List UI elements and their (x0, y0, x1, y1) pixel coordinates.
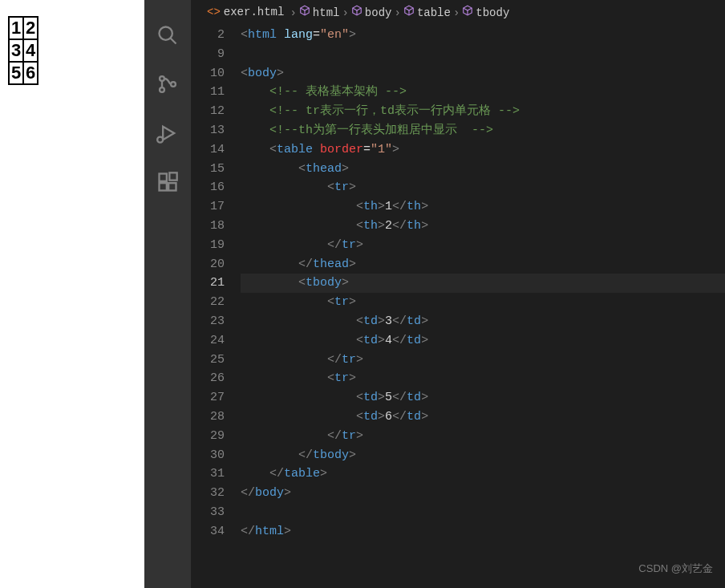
svg-point-6 (157, 137, 163, 143)
breadcrumb-separator: › (394, 6, 400, 19)
code-line[interactable]: </body> (241, 484, 725, 503)
breadcrumb-separator: › (342, 6, 348, 19)
breadcrumb-file[interactable]: exer.html (224, 6, 285, 18)
breadcrumb-item[interactable]: tbody (476, 6, 509, 19)
code-line[interactable]: </tbody> (241, 446, 725, 465)
svg-line-1 (171, 39, 176, 44)
code-line[interactable]: <th>1</th> (241, 197, 725, 217)
code-line[interactable]: <td>6</td> (241, 408, 725, 427)
breadcrumb-separator: › (453, 6, 460, 19)
svg-point-4 (171, 82, 176, 87)
preview-td: 6 (23, 62, 38, 84)
svg-rect-10 (169, 172, 176, 180)
code-line[interactable]: <td>4</td> (241, 331, 725, 351)
svg-point-2 (160, 76, 164, 81)
preview-td: 3 (9, 39, 23, 62)
code-line[interactable]: <tr> (241, 369, 725, 388)
breadcrumb-item[interactable]: table (417, 6, 451, 19)
line-number: 12 (191, 102, 225, 121)
html-file-icon: <> (207, 6, 221, 18)
code-line[interactable]: <!-- 表格基本架构 --> (241, 83, 725, 102)
preview-th: 1 (9, 17, 23, 39)
cube-icon (403, 6, 415, 19)
line-number: 19 (191, 236, 225, 255)
line-number: 31 (191, 464, 225, 484)
cube-icon (299, 6, 310, 19)
code-line[interactable] (241, 45, 725, 64)
preview-tbody: 3456 (9, 39, 38, 84)
line-number: 13 (191, 121, 225, 140)
code-line[interactable]: <td>3</td> (241, 312, 725, 331)
svg-point-0 (160, 27, 172, 40)
code-line[interactable]: <tbody> (241, 274, 725, 293)
line-number: 26 (191, 369, 225, 388)
preview-td: 4 (23, 39, 38, 62)
code-line[interactable]: </tr> (241, 236, 725, 255)
breadcrumb-item[interactable]: html (313, 6, 340, 19)
debug-icon[interactable] (156, 122, 179, 148)
line-number: 29 (191, 427, 225, 446)
code-line[interactable]: <table border="1"> (241, 140, 725, 160)
line-number: 18 (191, 217, 225, 236)
code-line[interactable]: </html> (241, 522, 725, 541)
line-number: 24 (191, 331, 225, 351)
line-number: 25 (191, 351, 225, 370)
line-number: 20 (191, 255, 225, 274)
line-number: 33 (191, 503, 225, 522)
search-icon[interactable] (156, 24, 179, 51)
line-number: 21 (191, 274, 225, 293)
code-lines[interactable]: <html lang="en"><body> <!-- 表格基本架构 --> <… (241, 24, 725, 588)
preview-panel: 12 3456 (0, 0, 144, 588)
breadcrumb[interactable]: <> exer.html ›html›body›table›tbody (191, 0, 725, 24)
preview-th: 2 (23, 17, 38, 39)
line-number: 11 (191, 83, 225, 102)
breadcrumb-separator: › (290, 6, 296, 19)
code-line[interactable]: <td>5</td> (241, 388, 725, 408)
code-line[interactable]: <html lang="en"> (241, 26, 725, 45)
svg-rect-7 (160, 174, 167, 181)
svg-rect-9 (168, 183, 176, 190)
cube-icon (351, 6, 362, 19)
line-number: 28 (191, 408, 225, 427)
code-line[interactable]: </tr> (241, 427, 725, 446)
svg-marker-5 (163, 127, 174, 140)
line-number: 23 (191, 312, 225, 331)
cube-icon (462, 6, 473, 19)
line-number: 10 (191, 64, 225, 83)
code-line[interactable] (241, 503, 725, 522)
code-line[interactable]: <body> (241, 64, 725, 83)
line-number: 30 (191, 446, 225, 465)
line-number: 27 (191, 388, 225, 408)
line-number: 32 (191, 484, 225, 503)
line-number: 16 (191, 178, 225, 197)
line-number: 15 (191, 160, 225, 179)
code-line[interactable]: <th>2</th> (241, 217, 725, 236)
extensions-icon[interactable] (156, 171, 179, 197)
line-number: 34 (191, 522, 225, 541)
code-line[interactable]: <tr> (241, 293, 725, 312)
code-area[interactable]: 2910111213141516171819202122232425262728… (191, 24, 725, 588)
preview-td: 5 (9, 62, 23, 84)
svg-rect-8 (160, 183, 167, 190)
code-line[interactable]: <!--th为第一行表头加粗居中显示 --> (241, 121, 725, 140)
preview-thead: 12 (9, 17, 38, 39)
code-line[interactable]: <!-- tr表示一行，td表示一行内单元格 --> (241, 102, 725, 121)
code-line[interactable]: </tr> (241, 351, 725, 370)
activity-bar (144, 0, 191, 588)
preview-table: 12 3456 (8, 16, 38, 85)
line-number: 2 (191, 26, 225, 45)
line-number: 14 (191, 140, 225, 160)
code-line[interactable]: </table> (241, 464, 725, 484)
code-line[interactable]: <thead> (241, 160, 725, 179)
code-line[interactable]: <tr> (241, 178, 725, 197)
source-control-icon[interactable] (156, 73, 179, 99)
watermark: CSDN @刘艺金 (638, 562, 713, 576)
line-gutter: 2910111213141516171819202122232425262728… (191, 24, 241, 588)
editor: <> exer.html ›html›body›table›tbody 2910… (191, 0, 725, 588)
breadcrumb-item[interactable]: body (365, 6, 392, 19)
svg-point-3 (160, 87, 164, 92)
line-number: 17 (191, 197, 225, 217)
line-number: 22 (191, 293, 225, 312)
line-number: 9 (191, 45, 225, 64)
code-line[interactable]: </thead> (241, 255, 725, 274)
